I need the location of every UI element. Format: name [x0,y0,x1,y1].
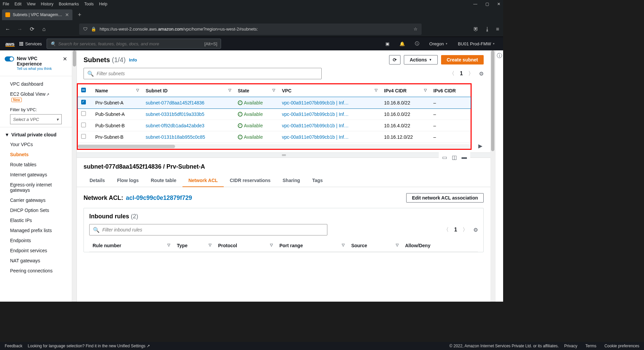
sidebar-item-nat-gateways[interactable]: NAT gateways [0,256,72,266]
row-checkbox[interactable] [81,123,86,127]
sidebar-item-elastic-ips[interactable]: Elastic IPs [0,215,72,225]
menu-edit[interactable]: Edit [14,2,21,6]
download-icon[interactable]: ⭳ [485,26,490,32]
tab-tags[interactable]: Tags [306,174,329,187]
table-row[interactable]: Prv-Subnet-Bsubnet-0131b18ab955c0c85Avai… [78,131,471,143]
horizontal-scrollbar[interactable] [78,144,471,149]
sidebar-item-prefix-lists[interactable]: Managed prefix lists [0,225,72,235]
menu-help[interactable]: Help [99,2,107,6]
view-full-icon[interactable]: ▬ [462,154,467,161]
refresh-button[interactable]: ⟳ [389,55,400,64]
vpc-link[interactable]: vpc-00a911e07bb99cb1b | Inf… [282,100,348,105]
home-button[interactable]: ⌂ [40,26,48,32]
view-bottom-icon[interactable]: ▭ [442,154,447,161]
sidebar-scrollbar[interactable] [72,50,77,302]
notifications-icon[interactable]: 🔔 [397,40,408,48]
subnet-id-link[interactable]: subnet-0131b18ab955c0c85 [146,134,205,140]
subnet-id-link[interactable]: subnet-0f92db1ada42abde3 [146,123,204,128]
tab-cidr-reservations[interactable]: CIDR reservations [224,174,276,187]
acl-id-link[interactable]: acl-09c99c0e12879f729 [126,194,192,202]
table-row[interactable]: Pub-Subnet-Bsubnet-0f92db1ada42abde3Avai… [78,120,471,131]
col-subnet-id[interactable]: Subnet ID▽ [142,84,234,97]
sidebar-section-vpc[interactable]: ▼Virtual private cloud [0,130,72,139]
col-rule-number[interactable]: Rule number▽ [89,239,173,252]
help-icon[interactable]: ⓘ [412,39,422,48]
url-bar[interactable]: 🛡 🔒 https://us-west-2.console.aws.amazon… [79,24,422,35]
sidebar-item-endpoint-services[interactable]: Endpoint services [0,246,72,256]
close-icon[interactable]: ✕ [63,56,67,62]
main-scrollbar[interactable] [490,50,495,302]
pane-splitter[interactable]: ▭ ◫ ▬ [77,152,490,158]
page-prev-icon[interactable]: 〈 [443,226,449,233]
vpc-experience-feedback-link[interactable]: Tell us what you think [17,67,60,71]
subnet-id-link[interactable]: subnet-077d8aa1452f14836 [146,100,204,105]
col-ipv4[interactable]: IPv4 CIDR▽ [381,84,430,97]
bookmark-star-icon[interactable]: ☆ [414,27,418,32]
browser-tab[interactable]: Subnets | VPC Management Con ✕ [2,9,72,20]
sidebar-item-your-vpcs[interactable]: Your VPCs [0,139,72,149]
sidebar-item-subnets[interactable]: Subnets [0,149,72,160]
aws-search-input[interactable] [58,41,202,46]
subnet-id-link[interactable]: subnet-0331b5df019a333b5 [146,112,204,117]
tab-sharing[interactable]: Sharing [277,174,306,187]
settings-gear-icon[interactable]: ⚙ [473,227,478,233]
window-maximize-icon[interactable]: ▢ [485,2,489,6]
select-all-checkbox[interactable] [81,88,86,92]
pocket-icon[interactable]: ⛨ [473,26,479,32]
actions-button[interactable]: Actions▼ [404,55,437,64]
vpc-link[interactable]: vpc-00a911e07bb99cb1b | Inf… [282,134,348,140]
row-checkbox[interactable] [81,100,86,104]
col-source[interactable]: Source▽ [348,239,402,252]
tab-flow-logs[interactable]: Flow logs [111,174,145,187]
sidebar-item-internet-gateways[interactable]: Internet gateways [0,170,72,180]
vpc-link[interactable]: vpc-00a911e07bb99cb1b | Inf… [282,123,348,128]
col-protocol[interactable]: Protocol▽ [215,239,276,252]
account-dropdown[interactable]: BU01 Prod-FMW [455,40,498,48]
vpc-link[interactable]: vpc-00a911e07bb99cb1b | Inf… [282,112,348,117]
cloudshell-icon[interactable]: ▣ [383,40,392,48]
sidebar-item-dashboard[interactable]: VPC dashboard [0,79,72,89]
tab-network-acl[interactable]: Network ACL [182,174,224,187]
row-checkbox[interactable] [81,111,86,116]
col-type[interactable]: Type▽ [173,239,215,252]
window-minimize-icon[interactable]: — [473,2,477,6]
sidebar-item-egress-gateways[interactable]: Egress-only internet gateways [0,180,72,195]
aws-logo[interactable]: aws [5,41,15,47]
col-vpc[interactable]: VPC▽ [278,84,381,97]
forward-button[interactable]: → [16,26,23,32]
region-dropdown[interactable]: Oregon [427,40,450,48]
tab-close-icon[interactable]: ✕ [65,12,69,17]
toggle-on-icon[interactable] [5,56,14,61]
col-allow-deny[interactable]: Allow/Deny [402,239,478,252]
services-button[interactable]: Services [19,41,42,46]
sidebar-item-peering[interactable]: Peering connections [0,266,72,276]
filter-inbound-input[interactable]: 🔍 [89,224,327,235]
expand-arrow-icon[interactable]: ▶ [478,143,482,149]
page-next-icon[interactable]: 〉 [468,70,474,77]
page-next-icon[interactable]: 〉 [463,226,468,233]
window-close-icon[interactable]: ✕ [497,2,500,6]
edit-acl-button[interactable]: Edit network ACL association [406,193,484,203]
sidebar-item-endpoints[interactable]: Endpoints [0,235,72,246]
menu-tools[interactable]: Tools [84,2,94,6]
info-link[interactable]: Info [129,57,137,62]
sidebar-item-ec2-global[interactable]: EC2 Global View↗ New [0,89,72,104]
col-port-range[interactable]: Port range▽ [276,239,348,252]
row-checkbox[interactable] [81,134,86,139]
col-name[interactable]: Name▽ [92,84,142,97]
table-row[interactable]: Pub-Subnet-Asubnet-0331b5df019a333b5Avai… [78,108,471,120]
view-split-icon[interactable]: ◫ [452,154,457,161]
create-subnet-button[interactable]: Create subnet [441,55,484,64]
aws-search[interactable]: 🔍 [Alt+S] [47,39,221,49]
menu-icon[interactable]: ≡ [496,26,499,32]
info-panel-toggle[interactable]: ⓘ [495,50,503,302]
reload-button[interactable]: ⟳ [28,26,36,32]
new-tab-button[interactable]: + [75,11,84,18]
menu-bookmarks[interactable]: Bookmarks [59,2,79,6]
vpc-filter-select[interactable]: Select a VPC▾ [10,114,62,124]
page-prev-icon[interactable]: 〈 [449,70,454,77]
filter-subnets-input[interactable]: 🔍 [84,68,322,79]
sidebar-item-route-tables[interactable]: Route tables [0,160,72,170]
inbound-filter-text[interactable] [102,227,324,232]
sidebar-item-dhcp[interactable]: DHCP Option Sets [0,205,72,215]
